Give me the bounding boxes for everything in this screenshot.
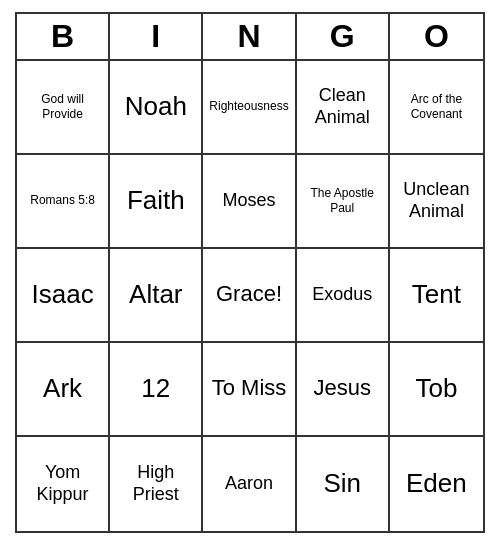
- cell-text-16: 12: [141, 373, 170, 404]
- cell-text-9: Unclean Animal: [394, 179, 479, 222]
- cell-text-12: Grace!: [216, 281, 282, 307]
- cell-text-10: Isaac: [32, 279, 94, 310]
- cell-text-2: Righteousness: [209, 99, 288, 113]
- cell-text-23: Sin: [323, 468, 361, 499]
- bingo-cell-23: Sin: [297, 437, 390, 531]
- cell-text-18: Jesus: [313, 375, 370, 401]
- bingo-cell-2: Righteousness: [203, 61, 296, 155]
- bingo-cell-16: 12: [110, 343, 203, 437]
- bingo-cell-0: God will Provide: [17, 61, 110, 155]
- bingo-cell-5: Romans 5:8: [17, 155, 110, 249]
- bingo-cell-15: Ark: [17, 343, 110, 437]
- cell-text-11: Altar: [129, 279, 182, 310]
- bingo-cell-1: Noah: [110, 61, 203, 155]
- cell-text-7: Moses: [222, 190, 275, 212]
- bingo-cell-17: To Miss: [203, 343, 296, 437]
- bingo-cell-11: Altar: [110, 249, 203, 343]
- cell-text-5: Romans 5:8: [30, 193, 95, 207]
- bingo-cell-18: Jesus: [297, 343, 390, 437]
- cell-text-1: Noah: [125, 91, 187, 122]
- cell-text-19: Tob: [415, 373, 457, 404]
- bingo-cell-13: Exodus: [297, 249, 390, 343]
- cell-text-24: Eden: [406, 468, 467, 499]
- cell-text-13: Exodus: [312, 284, 372, 306]
- header-letter-n: N: [203, 14, 296, 59]
- bingo-cell-20: Yom Kippur: [17, 437, 110, 531]
- bingo-cell-7: Moses: [203, 155, 296, 249]
- cell-text-15: Ark: [43, 373, 82, 404]
- bingo-cell-22: Aaron: [203, 437, 296, 531]
- header-letter-b: B: [17, 14, 110, 59]
- cell-text-8: The Apostle Paul: [301, 186, 384, 215]
- cell-text-14: Tent: [412, 279, 461, 310]
- bingo-cell-12: Grace!: [203, 249, 296, 343]
- bingo-header: BINGO: [17, 14, 483, 61]
- header-letter-g: G: [297, 14, 390, 59]
- bingo-card: BINGO God will ProvideNoahRighteousnessC…: [15, 12, 485, 533]
- bingo-cell-8: The Apostle Paul: [297, 155, 390, 249]
- cell-text-22: Aaron: [225, 473, 273, 495]
- header-letter-i: I: [110, 14, 203, 59]
- cell-text-17: To Miss: [212, 375, 287, 401]
- cell-text-4: Arc of the Covenant: [394, 92, 479, 121]
- bingo-cell-21: High Priest: [110, 437, 203, 531]
- bingo-cell-24: Eden: [390, 437, 483, 531]
- cell-text-3: Clean Animal: [301, 85, 384, 128]
- bingo-cell-19: Tob: [390, 343, 483, 437]
- bingo-cell-14: Tent: [390, 249, 483, 343]
- bingo-grid: God will ProvideNoahRighteousnessClean A…: [17, 61, 483, 531]
- bingo-cell-6: Faith: [110, 155, 203, 249]
- bingo-cell-4: Arc of the Covenant: [390, 61, 483, 155]
- cell-text-20: Yom Kippur: [21, 462, 104, 505]
- bingo-cell-9: Unclean Animal: [390, 155, 483, 249]
- cell-text-6: Faith: [127, 185, 185, 216]
- header-letter-o: O: [390, 14, 483, 59]
- bingo-cell-3: Clean Animal: [297, 61, 390, 155]
- cell-text-0: God will Provide: [21, 92, 104, 121]
- bingo-cell-10: Isaac: [17, 249, 110, 343]
- cell-text-21: High Priest: [114, 462, 197, 505]
